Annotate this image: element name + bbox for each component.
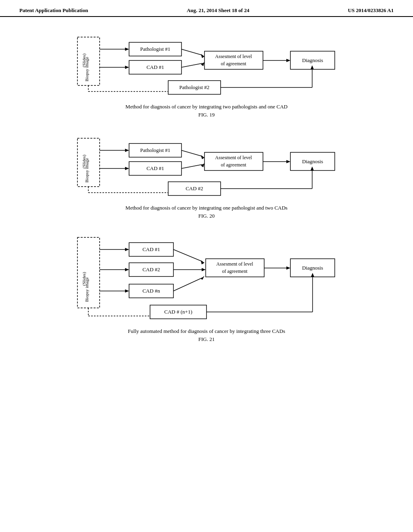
svg-marker-50 <box>125 268 129 271</box>
page-header: Patent Application Publication Aug. 21, … <box>0 0 413 17</box>
fig20-assessment-line1: Assesment of level <box>215 155 252 160</box>
fig21-label: FIG. 21 <box>24 336 389 343</box>
fig20-slides-label: (Slides) <box>81 154 87 168</box>
svg-marker-13 <box>201 54 204 58</box>
fig19-diagnosis-label: Diagnosis <box>302 57 323 63</box>
svg-marker-48 <box>125 248 129 251</box>
fig19-label: FIG. 19 <box>24 112 389 118</box>
svg-marker-15 <box>201 62 204 66</box>
svg-marker-66 <box>201 276 204 280</box>
svg-line-14 <box>181 63 202 67</box>
fig20-path1-label: Pathologist #1 <box>140 147 171 153</box>
figure-20-section: Biopsy image (Slides) Pathologist #1 <box>24 130 389 219</box>
fig19-path1-label: Pathologist #1 <box>140 46 171 52</box>
fig20-assessment-line2: of agreement <box>221 162 247 168</box>
svg-line-35 <box>181 150 202 156</box>
svg-marker-4 <box>125 66 129 69</box>
svg-marker-69 <box>286 266 290 270</box>
figure-21-section: Biopsy image (Slides) CAD #1 <box>24 231 389 343</box>
fig21-svg: Biopsy image (Slides) CAD #1 <box>65 231 348 324</box>
fig19-path2-label: Pathologist #2 <box>179 84 210 90</box>
fig19-cad1-label: CAD #1 <box>146 64 164 70</box>
fig20-svg: Biopsy image (Slides) Pathologist #1 <box>65 130 348 201</box>
svg-line-61 <box>173 249 202 262</box>
svg-marker-41 <box>286 160 290 163</box>
fig19-assessment-line1: Assesment of level <box>215 54 252 59</box>
fig19-caption: Method for diagnosis of cancer by integr… <box>24 104 389 110</box>
fig21-cad2-label: CAD #2 <box>142 266 160 272</box>
fig20-label: FIG. 20 <box>24 213 389 219</box>
fig20-cad2-label: CAD #2 <box>186 185 203 191</box>
fig21-cad1-label: CAD #1 <box>142 246 160 252</box>
svg-line-65 <box>173 278 202 291</box>
header-publication-label: Patent Application Publication <box>19 7 88 14</box>
fig21-caption: Fully automated method for diagnosis of … <box>24 328 389 335</box>
svg-marker-38 <box>201 163 204 167</box>
svg-line-37 <box>181 164 202 168</box>
svg-marker-36 <box>201 155 204 159</box>
fig19-svg: Biopsy image (Slides) Pathologist #1 <box>65 29 348 100</box>
page-content: Biopsy image (Slides) Pathologist #1 <box>0 17 413 367</box>
svg-marker-64 <box>202 268 206 271</box>
svg-marker-62 <box>201 260 204 264</box>
fig19-assessment-line2: of agreement <box>221 61 247 66</box>
svg-line-12 <box>181 49 202 55</box>
figure-20-diagram: Biopsy image (Slides) Pathologist #1 <box>24 130 389 201</box>
fig21-assessment-line1: Assesment of level <box>216 261 253 267</box>
svg-marker-2 <box>125 48 129 51</box>
fig21-cadn-label: CAD #n <box>142 288 160 294</box>
svg-marker-27 <box>125 167 129 170</box>
header-date-sheet: Aug. 21, 2014 Sheet 18 of 24 <box>187 7 249 14</box>
figure-21-diagram: Biopsy image (Slides) CAD #1 <box>24 231 389 324</box>
svg-marker-18 <box>286 59 290 62</box>
fig21-cadnp1-label: CAD # (n+1) <box>164 309 192 315</box>
figure-19-section: Biopsy image (Slides) Pathologist #1 <box>24 29 389 118</box>
fig19-slides-label: (Slides) <box>81 53 87 67</box>
fig21-diagnosis-label: Diagnosis <box>302 265 323 271</box>
fig20-caption: Method for diagnosis of cancer by integr… <box>24 205 389 211</box>
header-patent-number: US 2014/0233826 A1 <box>348 7 394 14</box>
fig20-cad1-label: CAD #1 <box>146 165 164 171</box>
fig21-assessment-line2: of agreement <box>222 268 248 274</box>
fig21-slides-label: (Slides) <box>81 272 87 286</box>
figure-19-diagram: Biopsy image (Slides) Pathologist #1 <box>24 29 389 100</box>
fig20-diagnosis-label: Diagnosis <box>302 158 323 164</box>
svg-marker-25 <box>125 149 129 152</box>
svg-marker-52 <box>125 289 129 293</box>
